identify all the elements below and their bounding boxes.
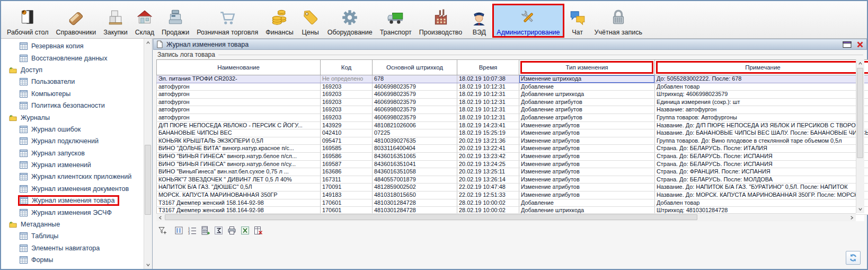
table-cell: ВИНО "ВиньяГинеса" вин.нат.бел.сухое 0,7… (157, 168, 321, 176)
toolbar-item-8[interactable]: Оборудование (324, 4, 376, 38)
table-cell: 169586 (321, 152, 373, 160)
sidebar-item-0[interactable]: Резервная копия (1, 40, 144, 52)
table-cell: 170091 (321, 184, 373, 191)
sidebar-item-label: Журнал изменения товара (32, 197, 114, 204)
sidebar-item-6[interactable]: Журналы (1, 111, 144, 123)
horizontal-scrollbar-thumb[interactable] (165, 214, 697, 220)
toolbar-item-4[interactable]: Продажи (158, 4, 193, 38)
table-cell: Название. До: МОРСК. КАПУСТА МАРИНОВАННА… (655, 191, 868, 199)
column-header-0[interactable]: Наименование (157, 60, 321, 75)
sidebar-item-17[interactable]: Элементы навигатора (1, 242, 144, 254)
sidebar-item-2[interactable]: Доступ (1, 64, 144, 76)
table-cell: 4606998023579 (373, 106, 457, 114)
clear-grid-icon[interactable] (253, 225, 263, 235)
sidebar-item-label: Политика безопасности (31, 102, 105, 109)
numbering-icon[interactable]: 123 (187, 225, 197, 235)
toolbar-item-11[interactable]: ВЭД (466, 4, 492, 38)
table-scrollbar-thumb[interactable] (857, 68, 863, 158)
toolbar-item-label: Рабочий стол (7, 29, 48, 36)
sidebar-item-14[interactable]: Журнал изменения ЭСЧФ (1, 206, 144, 218)
sidebar-item-content: Политика безопасности (18, 100, 109, 111)
table-horizontal-scrollbar[interactable] (156, 213, 856, 221)
table-row-7[interactable]: БАНАНОВЫЕ ЧИПСЫ ВЕС0424100722518.02.19 1… (157, 129, 868, 137)
table-row-11[interactable]: ВИНО "ВИНЬЯ ГИНЕСА" виногр.натур.белое п… (157, 160, 868, 168)
table-row-10[interactable]: ВИНО "ВИНЬЯ ГИНЕСА" виногр.натур.белое п… (157, 152, 868, 160)
column-header-5[interactable]: Примечание (655, 60, 868, 75)
scroll-left-icon[interactable] (156, 214, 164, 221)
sidebar-item-11[interactable]: Журнал клиентских приложений (1, 171, 144, 182)
sidebar-item-1[interactable]: Восстановление данных (1, 52, 144, 64)
table-row-12[interactable]: ВИНО "ВиньяГинеса" вин.нат.бел.сухое 0,7… (157, 168, 868, 176)
table-row-13[interactable]: КОНЬЯК"7 ЗВЕЗДОЧЕК " ДИВИН7 ЛЕТ 0,5 Л 40… (157, 176, 868, 184)
filter-icon[interactable] (157, 225, 167, 235)
table-row-6[interactable]: Д/П ПЮРЕ НЕПОСЕДА ЯБЛОКО - ПЕРСИК С ЙОГУ… (157, 121, 868, 129)
table-row-4[interactable]: автофургон169203460699802357918.02.19 10… (157, 106, 868, 114)
table-row-9[interactable]: ВИНО "ДОЛЬЧЕ ВИТА" виногр.натур.красное … (157, 145, 868, 153)
toolbar-item-2[interactable]: Закупки (100, 4, 131, 38)
table-row-3[interactable]: автофургон169203460699802357918.02.19 10… (157, 98, 868, 106)
sidebar-item-7[interactable]: Журнал ошибок (1, 124, 144, 135)
sidebar-item-label: Журнал подключений (31, 137, 99, 145)
table-row-16[interactable]: Т3167 Джемпер женский 158.164-92-9817060… (157, 199, 868, 207)
sidebar-item-4[interactable]: Компьютеры (1, 88, 144, 100)
column-header-1[interactable]: Код (321, 60, 373, 75)
toolbar-item-9[interactable]: Транспорт (376, 4, 415, 38)
sidebar-item-12[interactable]: Журнал изменения документов (1, 183, 144, 195)
table-cell: 4606998023579 (373, 83, 457, 91)
sidebar-scrollbar[interactable] (144, 39, 152, 269)
sidebar-item-15[interactable]: Метаданные (1, 219, 144, 230)
toolbar-item-label: Справочники (56, 29, 96, 36)
refresh-button[interactable] (846, 251, 861, 265)
table-cell: Изменение атрибутов (519, 137, 655, 145)
toolbar-item-14[interactable]: Учётная запись (591, 4, 646, 38)
scroll-up-icon[interactable] (144, 39, 152, 47)
sidebar-item-13[interactable]: Журнал изменения товара (1, 195, 144, 206)
sidebar-item-8[interactable]: Журнал подключений (1, 135, 144, 147)
table-icon (20, 150, 28, 157)
toolbar-item-7[interactable]: Цены (297, 4, 324, 38)
columns-icon[interactable] (174, 225, 183, 235)
group-box-header: Запись лога товара (154, 50, 866, 59)
toolbar-item-5[interactable]: Розничная торговля (193, 4, 262, 38)
toolbar-item-0[interactable]: Рабочий стол (3, 4, 52, 38)
retail-icon (218, 8, 237, 27)
toolbar-item-10[interactable]: Производство (415, 4, 466, 38)
sidebar-item-16[interactable]: Таблицы (1, 230, 144, 242)
calculator-icon[interactable] (200, 225, 210, 235)
toolbar-item-3[interactable]: Склад (131, 4, 158, 38)
table-row-2[interactable]: автофургон169203460699802357918.02.19 10… (157, 91, 868, 99)
excel-export-icon[interactable] (240, 225, 250, 235)
table-row-5[interactable]: автофургон169203460699802357918.02.19 10… (157, 114, 868, 121)
sidebar-item-18[interactable]: Формы (1, 254, 144, 266)
scroll-up-icon[interactable] (856, 59, 864, 67)
restore-window-icon[interactable] (843, 41, 852, 48)
panel-body: Запись лога товара НаименованиеКодОсновн… (154, 50, 866, 268)
table-row-15[interactable]: МОРСК. КАПУСТА МАРИНОВАННАЯ 350ГР1491834… (157, 191, 868, 199)
sidebar-scrollbar-thumb[interactable] (145, 145, 151, 215)
toolbar-item-12[interactable]: Администрирование (492, 4, 564, 38)
table-cell: 4606998023579 (373, 98, 457, 106)
scroll-down-icon[interactable] (856, 205, 864, 213)
table-row-1[interactable]: автофургон169203460699802357918.02.19 10… (157, 83, 868, 91)
table-cell: Название: автофургон (655, 106, 868, 114)
print-icon[interactable] (227, 225, 236, 235)
document-icon (156, 40, 163, 48)
sidebar-item-5[interactable]: Политика безопасности (1, 100, 144, 111)
scroll-right-icon[interactable] (848, 214, 856, 221)
column-header-2[interactable]: Основной штрихкод (373, 60, 457, 75)
column-header-4[interactable]: Тип изменения (519, 60, 655, 75)
sidebar-item-10[interactable]: Журнал изменений (1, 159, 144, 171)
table-row-8[interactable]: КОНЬЯК КРЫШТАЛЬ ЭКЗЮПЕРИ 0,5Л09547148100… (157, 137, 868, 145)
toolbar-item-1[interactable]: Справочники (52, 4, 100, 38)
toolbar-item-6[interactable]: Финансы (262, 4, 297, 38)
sidebar-item-3[interactable]: Пользователи (1, 76, 144, 88)
table-row-0[interactable]: Эл. питания ТРОФИ CR2032-Не определено67… (157, 75, 868, 83)
toolbar-item-13[interactable]: Чат (564, 4, 591, 38)
table-vertical-scrollbar[interactable] (856, 59, 864, 213)
sidebar-item-9[interactable]: Журнал запусков (1, 147, 144, 159)
table-row-14[interactable]: НАПИТОК Б/А ГАЗ. "ДЮШЕС" 0,5Л17009148128… (157, 184, 868, 191)
close-icon[interactable] (856, 41, 864, 48)
scroll-down-icon[interactable] (144, 261, 152, 269)
sum-icon[interactable] (214, 225, 223, 235)
column-header-3[interactable]: Время (457, 60, 519, 75)
